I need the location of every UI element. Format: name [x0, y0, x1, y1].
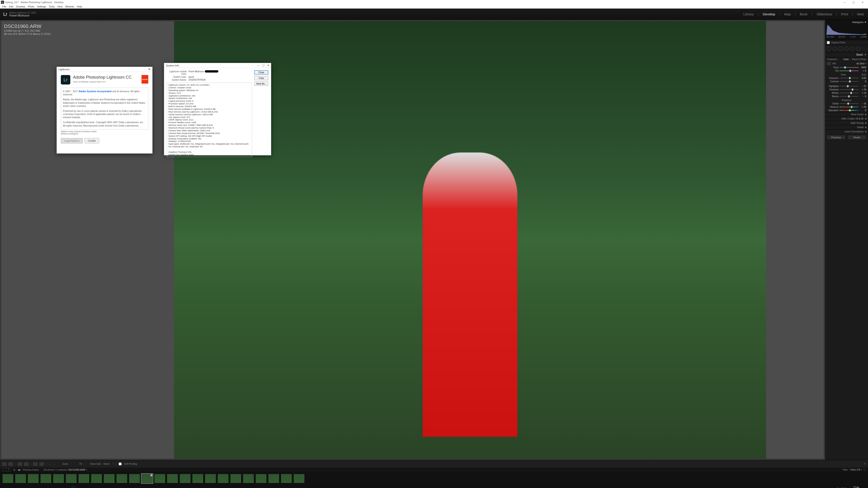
sysinfo-minimize-icon[interactable]: — — [257, 64, 259, 67]
exposure-slider[interactable] — [839, 78, 859, 78]
zoom-fit[interactable]: Fit — [79, 463, 82, 465]
tray-icon[interactable]: ⬢ — [778, 486, 783, 488]
radial-tool-icon[interactable] — [850, 46, 855, 51]
saturation-slider[interactable] — [839, 110, 859, 111]
clarity-slider[interactable] — [839, 103, 859, 104]
tray-icon[interactable]: ⟳ — [753, 486, 758, 488]
filmstrip-thumb[interactable] — [293, 474, 305, 483]
view-mode-2-icon[interactable] — [24, 462, 28, 466]
tray-icon[interactable]: ♪ — [822, 486, 827, 488]
network-icon[interactable]: ⫘ — [829, 486, 834, 488]
filmstrip-thumb[interactable] — [243, 474, 254, 483]
filmstrip-thumb[interactable] — [217, 474, 229, 483]
close-button[interactable]: ✕ — [858, 0, 867, 4]
filmstrip-thumb[interactable] — [66, 474, 77, 483]
module-map[interactable]: Map — [783, 12, 792, 16]
panel-hsl[interactable]: HSL / Color / B & W◀ — [825, 116, 868, 121]
filmstrip-thumb[interactable] — [230, 474, 241, 483]
filter-lock-icon[interactable]: ⬚ — [864, 468, 866, 471]
legal-notices-button[interactable]: Legal Notices — [61, 138, 83, 143]
tray-icon[interactable]: ◑ — [772, 486, 777, 488]
temp-slider[interactable] — [839, 67, 859, 68]
filmstrip-thumb[interactable] — [15, 474, 26, 483]
filter-value[interactable]: Filters Off — [850, 468, 860, 471]
tray-icon[interactable]: ⟳ — [816, 486, 821, 488]
grid-view-icon[interactable]: ⊞ — [13, 468, 15, 471]
tray-icon[interactable]: ◔ — [810, 486, 815, 488]
volume-icon[interactable]: 🔊 — [835, 486, 840, 488]
loupe-view-icon[interactable] — [2, 462, 6, 466]
spot-tool-icon[interactable] — [833, 46, 837, 51]
reset-button[interactable]: Reset — [847, 135, 867, 140]
flag-icon[interactable] — [33, 462, 37, 466]
panel-detail[interactable]: Detail◀ — [825, 125, 868, 129]
about-legal-text[interactable]: © 2007 - 2017 Adobe Systems Incorporated… — [61, 88, 148, 129]
sysinfo-close-button[interactable]: Close — [254, 70, 268, 74]
about-dialog-titlebar[interactable]: Lightroom ✕ — [57, 67, 152, 72]
back-icon[interactable]: ◀ — [18, 468, 19, 471]
shadows-slider[interactable] — [839, 89, 859, 90]
filmstrip-thumb[interactable] — [255, 474, 267, 483]
sysinfo-save-button[interactable]: Save As... — [254, 82, 268, 86]
menu-file[interactable]: File — [1, 5, 8, 8]
toolbar-menu-icon[interactable]: ▼ — [864, 463, 866, 465]
filmstrip-thumb[interactable] — [167, 474, 178, 483]
app-icon[interactable]: ◉ — [58, 486, 63, 488]
app-icon[interactable]: ▦ — [27, 486, 32, 488]
tint-slider[interactable] — [839, 70, 859, 71]
treatment-bw[interactable]: Black & White — [852, 58, 866, 61]
contrast-slider[interactable] — [839, 81, 859, 82]
tray-icon[interactable]: ▣ — [797, 486, 802, 488]
filmstrip[interactable]: 2 — [0, 472, 868, 485]
menu-view[interactable]: View — [56, 5, 64, 8]
module-print[interactable]: Print — [840, 12, 849, 16]
showgrid-value[interactable]: Never — [103, 463, 110, 465]
lightroom-task-icon[interactable]: Lr — [71, 486, 76, 488]
menu-photo[interactable]: Photo — [26, 5, 36, 8]
sysinfo-text[interactable]: Lightroom version: CC 2015.13 [ 1141928 … — [167, 83, 252, 157]
source-label[interactable]: Previous Import — [23, 468, 39, 471]
module-book[interactable]: Book — [799, 12, 808, 16]
redeye-tool-icon[interactable] — [839, 46, 843, 51]
before-after-icon[interactable] — [8, 462, 13, 466]
fwd-icon[interactable]: ▶ — [19, 468, 21, 471]
highlights-slider[interactable] — [839, 86, 859, 87]
tray-icon[interactable]: ▲ — [759, 486, 764, 488]
filmstrip-thumb[interactable] — [205, 474, 216, 483]
brush-tool-icon[interactable] — [856, 46, 860, 51]
wb-value[interactable]: As Shot — [857, 62, 864, 65]
prev-photo-icon[interactable]: ← — [49, 463, 51, 465]
firefox-icon[interactable]: 🜂 — [52, 486, 57, 488]
previous-button[interactable]: Previous — [827, 135, 846, 140]
panel-tone-curve[interactable]: Tone Curve◀ — [825, 112, 868, 116]
menu-window[interactable]: Window — [64, 5, 75, 8]
minimize-button[interactable]: — — [840, 0, 849, 4]
filmstrip-thumb[interactable] — [91, 474, 102, 483]
basic-panel-header[interactable]: Basic▼ — [825, 52, 868, 57]
eyedropper-icon[interactable] — [827, 62, 831, 65]
notifications-icon[interactable]: ▭ — [862, 486, 867, 488]
outlook-icon[interactable]: ✉ — [65, 486, 70, 488]
start-button[interactable]: ⊞ — [1, 486, 6, 488]
module-library[interactable]: Library — [742, 12, 754, 16]
original-photo-toggle[interactable]: Original Photo — [825, 40, 868, 45]
maximize-button[interactable]: ▢ — [849, 0, 858, 4]
app-icon[interactable]: ▭ — [77, 486, 82, 488]
module-web[interactable]: Web — [856, 12, 865, 16]
filmstrip-thumb[interactable] — [40, 474, 52, 483]
menu-help[interactable]: Help — [75, 5, 84, 8]
crop-tool-icon[interactable] — [827, 46, 831, 51]
task-view-icon[interactable]: ▭ — [14, 486, 19, 488]
next-photo-icon[interactable]: → — [53, 463, 56, 465]
menu-tools[interactable]: Tools — [48, 5, 56, 8]
panel-split-toning[interactable]: Split Toning◀ — [825, 121, 868, 125]
filmstrip-thumb[interactable] — [116, 474, 127, 483]
sysinfo-maximize-icon[interactable]: ▢ — [262, 64, 265, 67]
tray-icon[interactable]: ◆ — [784, 486, 789, 488]
sysinfo-titlebar[interactable]: System Info — ▢ ✕ — [164, 63, 271, 68]
explorer-icon[interactable]: 🗀 — [39, 486, 44, 488]
tray-icon[interactable]: ☁ — [803, 486, 808, 488]
filmstrip-thumb[interactable] — [192, 474, 204, 483]
filmstrip-thumb[interactable] — [268, 474, 279, 483]
swap-icon[interactable] — [39, 462, 43, 466]
